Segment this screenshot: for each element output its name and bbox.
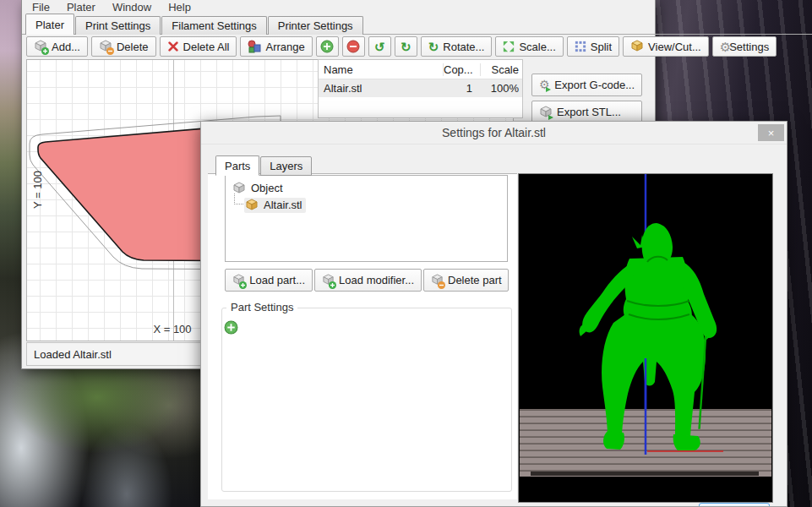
dialog-title: Settings for Altair.stl xyxy=(442,126,546,139)
plus-circle-icon xyxy=(320,40,334,53)
status-text: Loaded Altair.stl xyxy=(34,348,112,361)
cell-copies: 1 xyxy=(444,82,481,95)
settings-button[interactable]: ⚙ Settings xyxy=(712,36,777,57)
tab-layers[interactable]: Layers xyxy=(260,156,312,176)
add-setting-button[interactable] xyxy=(224,320,238,335)
delete-part-icon xyxy=(431,274,444,287)
plater-toolbar: Add... Delete Delete All Arrange xyxy=(26,36,777,57)
scale-icon xyxy=(503,41,515,52)
cut-box-icon xyxy=(630,40,644,53)
object-settings-dialog: Settings for Altair.stl × Parts Layers O… xyxy=(200,121,787,507)
cell-scale: 100% xyxy=(481,82,522,95)
bed-x-label: X = 100 xyxy=(150,323,194,335)
column-header-copies[interactable]: Cop... xyxy=(444,63,481,76)
menu-bar: File Plater Window Help xyxy=(22,0,655,15)
red-x-icon xyxy=(167,41,179,52)
arrange-button[interactable]: Arrange xyxy=(240,36,312,57)
menu-help[interactable]: Help xyxy=(168,1,191,14)
arrange-button-label: Arrange xyxy=(265,41,304,53)
ok-button[interactable] xyxy=(699,503,770,507)
tree-stl-label: Altair.stl xyxy=(264,199,302,211)
load-modifier-icon xyxy=(322,274,335,287)
rotate-icon: ↻ xyxy=(428,41,439,53)
main-tab-bar: Plater Print Settings Filament Settings … xyxy=(25,15,364,35)
tree-connector xyxy=(234,194,243,204)
delete-button[interactable]: Delete xyxy=(91,36,156,57)
part-settings-group: Part Settings xyxy=(221,308,512,492)
rotate-ccw-icon: ↺ xyxy=(374,41,385,53)
rotate-button-label: Rotate... xyxy=(443,41,484,53)
stl-cube-icon xyxy=(245,199,259,212)
fewer-copies-button[interactable] xyxy=(342,36,365,57)
load-part-button[interactable]: Load part... xyxy=(225,269,313,292)
column-header-name[interactable]: Name xyxy=(319,63,444,76)
box-remove-icon xyxy=(99,40,112,53)
rotate-button[interactable]: ↻ Rotate... xyxy=(421,36,493,57)
tree-item-altair-stl[interactable]: Altair.stl xyxy=(244,197,507,213)
add-button-label: Add... xyxy=(52,41,80,53)
delete-all-button-label: Delete All xyxy=(183,41,230,53)
plus-circle-icon xyxy=(224,320,238,335)
delete-button-label: Delete xyxy=(117,41,149,53)
close-button[interactable]: × xyxy=(758,124,784,141)
load-part-icon xyxy=(232,274,245,287)
objects-table-header: Name Cop... Scale xyxy=(319,60,522,79)
rotate-cw-button[interactable]: ↻ xyxy=(395,36,417,57)
settings-button-label: Settings xyxy=(729,41,769,53)
export-gcode-icon: ⚙ xyxy=(539,79,550,91)
rotate-ccw-button[interactable]: ↺ xyxy=(368,36,391,57)
more-copies-button[interactable] xyxy=(316,36,339,57)
export-gcode-label: Export G-code... xyxy=(554,79,635,91)
bed-y-label: Y = 100 xyxy=(31,168,44,212)
column-header-scale[interactable]: Scale xyxy=(481,63,522,76)
rotate-cw-icon: ↻ xyxy=(401,41,411,53)
load-part-label: Load part... xyxy=(249,274,305,286)
export-stl-label: Export STL... xyxy=(557,106,621,118)
tree-selected-item: Altair.stl xyxy=(244,198,306,213)
close-icon: × xyxy=(768,127,775,139)
load-modifier-button[interactable]: Load modifier... xyxy=(314,269,422,292)
delete-part-label: Delete part xyxy=(448,274,502,286)
menu-window[interactable]: Window xyxy=(112,1,151,14)
dialog-tab-bar: Parts Layers xyxy=(215,155,313,176)
split-button[interactable]: Split xyxy=(567,36,619,57)
scale-button-label: Scale... xyxy=(519,41,555,53)
tree-item-object[interactable]: Object xyxy=(232,180,507,196)
menu-plater[interactable]: Plater xyxy=(67,1,95,14)
split-button-label: Split xyxy=(591,41,612,53)
model-preview-figure xyxy=(519,174,772,502)
dialog-titlebar[interactable]: Settings for Altair.stl × xyxy=(201,122,787,144)
load-modifier-label: Load modifier... xyxy=(339,274,414,286)
tab-parts[interactable]: Parts xyxy=(215,155,259,176)
table-empty-space xyxy=(319,97,522,117)
add-button[interactable]: Add... xyxy=(26,36,88,57)
export-gcode-button[interactable]: ⚙ Export G-code... xyxy=(531,74,642,96)
objects-table: Name Cop... Scale Altair.stl 1 100% xyxy=(318,59,523,118)
cell-name: Altair.stl xyxy=(319,82,444,95)
split-icon xyxy=(575,41,586,52)
tab-plater[interactable]: Plater xyxy=(25,14,74,35)
parts-tree: Object Altair.stl xyxy=(225,175,508,262)
desktop: File Plater Window Help Plater Print Set… xyxy=(0,0,812,507)
scale-button[interactable]: Scale... xyxy=(495,36,563,57)
tab-filament-settings[interactable]: Filament Settings xyxy=(161,16,266,35)
view-cut-button-label: View/Cut... xyxy=(648,41,701,53)
delete-all-button[interactable]: Delete All xyxy=(160,36,237,57)
tree-object-label: Object xyxy=(251,182,283,194)
part-settings-label: Part Settings xyxy=(226,301,297,313)
export-stl-button[interactable]: Export STL... xyxy=(531,101,642,123)
tab-printer-settings[interactable]: Printer Settings xyxy=(268,16,363,35)
delete-part-button[interactable]: Delete part xyxy=(423,269,509,292)
model-3d-preview[interactable] xyxy=(518,173,773,503)
box-add-icon xyxy=(34,40,47,53)
arrange-icon xyxy=(248,40,261,53)
table-row[interactable]: Altair.stl 1 100% xyxy=(319,79,522,97)
menu-file[interactable]: File xyxy=(32,1,50,14)
export-stl-icon xyxy=(539,106,553,119)
view-cut-button[interactable]: View/Cut... xyxy=(623,36,709,57)
minus-circle-icon xyxy=(346,40,360,53)
tab-print-settings[interactable]: Print Settings xyxy=(75,16,161,35)
